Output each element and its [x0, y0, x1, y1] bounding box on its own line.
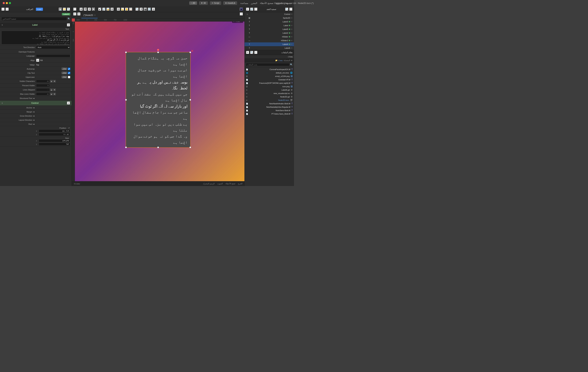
- label-node[interactable]: ✕ حسن مہ گرچہ بہ ہنگام کمال اچّھا ہے اس …: [126, 52, 190, 148]
- align-reset-icon[interactable]: ↺: [36, 59, 40, 62]
- close-tab-button[interactable]: ✕: [77, 12, 81, 16]
- tool2-button[interactable]: 📐: [121, 8, 124, 11]
- autowrap-checkbox[interactable]: [68, 68, 70, 70]
- move-icon[interactable]: ✕: [191, 49, 194, 53]
- snap-button[interactable]: 🔲: [92, 8, 95, 11]
- handle-bot-mid[interactable]: [157, 147, 159, 148]
- handle-top-left[interactable]: [125, 52, 127, 53]
- folder-icon[interactable]: 📁: [63, 8, 66, 11]
- tree-item-control[interactable]: 👁 Control □: [245, 12, 294, 16]
- visible-chars-input[interactable]: [36, 80, 50, 83]
- bottom-tab-audio[interactable]: الصوت: [217, 183, 223, 185]
- fs-item-visualscript[interactable]: ⚙ new_visualscript.vs ⚙: [245, 92, 294, 95]
- tab-node[interactable]: عقدة: [36, 8, 43, 11]
- tree-item-label6[interactable]: 👁 Label6 T: [245, 46, 294, 50]
- fs-item-label6gd[interactable]: ⚙ Label6.gd ⚙: [245, 88, 294, 92]
- fs-item-coronaface[interactable]: T CoronaFaceImpactGX.ttf 📄: [245, 68, 294, 71]
- cursor-button[interactable]: ▶: [240, 8, 243, 11]
- save-icon[interactable]: 💾: [59, 8, 62, 11]
- tab-close-icon[interactable]: ✕: [94, 14, 95, 16]
- menu-help[interactable]: مساعدة: [241, 2, 248, 4]
- fs-item-estedad[interactable]: T Estedad-VF.ttf 📄: [245, 78, 294, 81]
- text-direction-select[interactable]: Auto: [36, 46, 70, 49]
- visible-chars-up[interactable]: ▲: [50, 80, 53, 83]
- handle-mid-left[interactable]: [125, 99, 127, 101]
- maximize-button[interactable]: [9, 2, 11, 4]
- fs-item-node2dtscn[interactable]: 🎬 Node2D.tscn ⚙: [245, 98, 294, 102]
- grid-view-button[interactable]: ⊞: [110, 8, 114, 11]
- back-button[interactable]: ←: [1, 8, 5, 11]
- scene-button[interactable]: 🎬: [144, 8, 147, 11]
- scene-options-button[interactable]: ⋮: [254, 8, 258, 11]
- max-lines-down[interactable]: ▼: [53, 93, 56, 96]
- position-x-input[interactable]: ٤٨٠.٦١٩: [39, 129, 70, 132]
- menu-editor[interactable]: المحرر: [251, 2, 257, 4]
- position-reset[interactable]: ↺: [67, 127, 70, 129]
- tree-item-label5[interactable]: 👁 Label5 T: [245, 27, 294, 31]
- size-x-input[interactable]: ٤٧٩.٤٣٧: [39, 139, 70, 142]
- fs-search-input[interactable]: [246, 63, 289, 66]
- tree-item-label3[interactable]: 👁 Label3 T: [245, 20, 294, 24]
- settings-icon[interactable]: 🔧: [67, 8, 70, 11]
- minimize-button[interactable]: [6, 2, 8, 4]
- zoom-in-button[interactable]: 🔍: [135, 8, 139, 11]
- fs-path-label[interactable]: res://: [289, 56, 293, 58]
- fs-item-noto-sans[interactable]: T NotoSans-Bold.ttf 📄: [245, 109, 294, 112]
- scene-add-button[interactable]: +: [246, 8, 249, 11]
- max-lines-input[interactable]: [36, 93, 50, 96]
- fs-search-icon[interactable]: 🔍: [250, 51, 253, 54]
- handle-mid-right[interactable]: [189, 99, 191, 101]
- handle-bot-right[interactable]: [189, 147, 191, 148]
- 3d-button[interactable]: 3D ⬆: [199, 1, 208, 5]
- fullscreen-button[interactable]: ⛶: [73, 8, 77, 11]
- handle-top-mid[interactable]: [157, 52, 159, 53]
- fs-item-icon[interactable]: 🖼 icon.png 🖼: [245, 85, 294, 88]
- editor-viewport[interactable]: -500 0 250 500 750 1000 -500 0 500: [72, 19, 244, 181]
- bottom-tab-animation[interactable]: الرسم المتحرك: [203, 183, 214, 185]
- text-value[interactable]: حسن مہ گرچہ بہ ہنگام کمال اچّھا ہے اس سے…: [1, 31, 70, 44]
- lock-button[interactable]: 🔒: [106, 8, 110, 11]
- tree-item-label[interactable]: 👁 Label T: [245, 24, 294, 27]
- forward-button[interactable]: →: [5, 8, 9, 11]
- fs-add-button[interactable]: +: [246, 51, 249, 54]
- fs-item-noto-nastaliq[interactable]: T NotoNastaliqUrdu-Regular.ttf 📄: [245, 105, 294, 109]
- paint-button[interactable]: 🖌: [98, 8, 102, 11]
- grid-button[interactable]: 🗺: [84, 8, 87, 11]
- fs-item-noto-naskh[interactable]: T NotoNaskhArabic-Bold.ttf 📄: [245, 102, 294, 105]
- fs-item-pt-astra[interactable]: T PT Astra Sans_Bold.ttf 📄: [245, 112, 294, 116]
- tool4-button[interactable]: 📋: [129, 8, 132, 11]
- lines-skipped-down[interactable]: ▼: [53, 88, 56, 91]
- add-tab-button[interactable]: +: [73, 12, 77, 16]
- link-button[interactable]: 🔗: [102, 8, 106, 11]
- fs-item-node2dgd[interactable]: ⚙ Node2D.gd ⚙: [245, 95, 294, 98]
- section-expand-icon[interactable]: ↺: [67, 23, 70, 27]
- label-section-header[interactable]: ▼ Label ↺: [0, 22, 72, 28]
- close-button[interactable]: [3, 2, 5, 4]
- position-y-input[interactable]: ١١٠.٨١: [39, 133, 70, 136]
- refresh-button[interactable]: 🔄: [148, 8, 151, 11]
- assetlib-button[interactable]: AssetLib ⬇: [223, 1, 237, 5]
- percent-visible-input[interactable]: [36, 84, 50, 87]
- rotation-handle[interactable]: [157, 49, 159, 51]
- bottom-tab-debugger[interactable]: فنقح الأخطاء: [225, 183, 235, 185]
- uppercase-checkbox[interactable]: [68, 76, 70, 78]
- target-button[interactable]: ◎: [152, 8, 155, 11]
- language-input[interactable]: [36, 54, 70, 57]
- tool1-button[interactable]: ⊟: [117, 8, 120, 11]
- property-search-input[interactable]: [1, 17, 67, 21]
- clip-text-checkbox[interactable]: [68, 72, 70, 74]
- fs-item-default-env[interactable]: 🌐 default_env.tres 🌐: [245, 71, 294, 74]
- bottom-tab-output[interactable]: الخرج: [238, 183, 242, 185]
- tree-item-hslider[interactable]: 👁 HSlider —: [245, 35, 294, 39]
- tree-item-label4[interactable]: 👁 Label4 T: [245, 43, 294, 46]
- move-up-button[interactable]: ⬆: [139, 8, 143, 11]
- handle-bot-left[interactable]: [125, 147, 127, 148]
- eye-button[interactable]: 👁: [88, 8, 91, 11]
- tree-item-hslider2[interactable]: 👁 HSlider2 —: [245, 39, 294, 43]
- lines-skipped-input[interactable]: [36, 88, 50, 91]
- control-section-header[interactable]: ▼ Control ↺: [0, 101, 72, 106]
- tab-node2d[interactable]: (*)Node2D ✕: [81, 12, 98, 18]
- control-section-expand[interactable]: ↺: [67, 101, 70, 105]
- tab-inspector[interactable]: الفراقب: [25, 8, 34, 11]
- visible-chars-down[interactable]: ▼: [53, 80, 56, 83]
